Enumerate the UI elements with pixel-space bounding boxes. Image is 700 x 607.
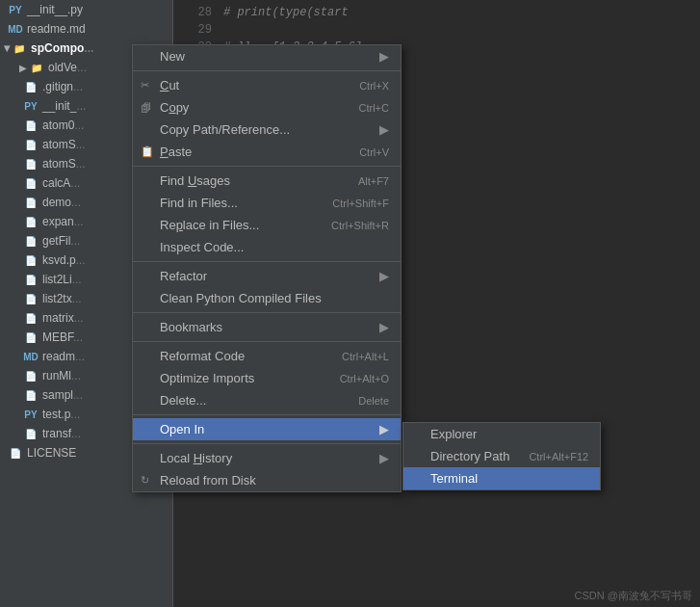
menu-item-refactor[interactable]: Refactor ▶ xyxy=(133,265,401,287)
expand-icon: ▾ xyxy=(4,41,10,55)
sidebar-item-label: calcA... xyxy=(42,176,80,190)
file-icon: 📄 xyxy=(23,79,39,94)
menu-item-clean-compiled-label: Clean Python Compiled Files xyxy=(160,291,389,305)
menu-separator xyxy=(133,70,401,71)
submenu-item-directory-path-label: Directory Path xyxy=(430,449,509,463)
submenu-item-terminal-label: Terminal xyxy=(430,471,588,486)
menu-item-local-history-label: Local History xyxy=(160,451,360,465)
menu-item-open-in[interactable]: Open In ▶ xyxy=(133,418,401,440)
menu-item-inspect-code[interactable]: Inspect Code... xyxy=(133,236,401,258)
menu-item-find-in-files[interactable]: Find in Files... Ctrl+Shift+F xyxy=(133,192,401,214)
submenu-item-explorer[interactable]: Explorer xyxy=(403,423,600,445)
sidebar-item-label: readm... xyxy=(42,350,85,363)
context-menu: New ▶ ✂ Cut Ctrl+X 🗐 Copy Ctrl+C Copy Pa… xyxy=(132,44,402,492)
sidebar-item-label: getFil... xyxy=(42,234,80,248)
menu-item-cut[interactable]: ✂ Cut Ctrl+X xyxy=(133,74,401,96)
menu-item-optimize-imports[interactable]: Optimize Imports Ctrl+Alt+O xyxy=(133,367,401,389)
menu-item-find-usages[interactable]: Find Usages Alt+F7 xyxy=(133,170,401,192)
sidebar-item-label: readme.md xyxy=(27,22,86,36)
md-file-icon: MD xyxy=(23,349,39,364)
menu-item-bookmarks-label: Bookmarks xyxy=(160,320,360,334)
file-icon: 📄 xyxy=(23,118,39,133)
menu-item-copy[interactable]: 🗐 Copy Ctrl+C xyxy=(133,96,401,119)
sidebar-item-label: expan... xyxy=(42,215,84,228)
find-usages-shortcut: Alt+F7 xyxy=(339,175,389,187)
py-file-icon: PY xyxy=(8,2,23,17)
reformat-code-shortcut: Ctrl+Alt+L xyxy=(323,351,389,362)
menu-item-refactor-label: Refactor xyxy=(160,269,360,283)
sidebar-item-label: demo... xyxy=(42,196,81,209)
sidebar-item-init[interactable]: PY __init__.py xyxy=(0,0,172,19)
menu-item-reload-from-disk[interactable]: ↻ Reload from Disk xyxy=(133,469,401,491)
submenu-item-directory-path[interactable]: Directory Path Ctrl+Alt+F12 xyxy=(403,445,600,467)
menu-item-reformat-code[interactable]: Reformat Code Ctrl+Alt+L xyxy=(133,345,401,367)
replace-in-files-shortcut: Ctrl+Shift+R xyxy=(312,220,389,231)
submenu-arrow: ▶ xyxy=(360,269,389,283)
open-in-submenu: Explorer Directory Path Ctrl+Alt+F12 Ter… xyxy=(402,422,601,490)
menu-item-cut-label: Cut xyxy=(160,78,340,92)
paste-shortcut: Ctrl+V xyxy=(340,146,389,158)
submenu-item-terminal[interactable]: Terminal xyxy=(403,467,600,489)
menu-item-find-usages-label: Find Usages xyxy=(160,173,339,188)
menu-item-optimize-imports-label: Optimize Imports xyxy=(160,371,321,385)
menu-item-copy-path-label: Copy Path/Reference... xyxy=(160,122,360,137)
menu-separator xyxy=(133,341,401,342)
submenu-arrow: ▶ xyxy=(360,320,389,334)
directory-path-shortcut: Ctrl+Alt+F12 xyxy=(509,451,588,462)
menu-item-paste[interactable]: 📋 Paste Ctrl+V xyxy=(133,141,401,163)
menu-separator xyxy=(133,261,401,262)
menu-item-reload-from-disk-label: Reload from Disk xyxy=(160,473,389,488)
sidebar-item-readme[interactable]: MD readme.md xyxy=(0,19,172,39)
sidebar-item-label: __init_... xyxy=(42,99,86,113)
sidebar-item-label: test.p... xyxy=(42,408,80,421)
sidebar-item-label: atom0... xyxy=(42,119,84,132)
submenu-arrow: ▶ xyxy=(360,122,389,137)
sidebar-item-label: __init__.py xyxy=(27,3,83,16)
menu-item-find-in-files-label: Find in Files... xyxy=(160,196,313,210)
menu-item-replace-in-files[interactable]: Replace in Files... Ctrl+Shift+R xyxy=(133,214,401,236)
menu-item-paste-label: Paste xyxy=(160,145,340,159)
menu-item-delete[interactable]: Delete... Delete xyxy=(133,389,401,411)
expand-icon-small: ▶ xyxy=(19,63,27,73)
sidebar-item-label: transf... xyxy=(42,427,81,440)
menu-item-local-history[interactable]: Local History ▶ xyxy=(133,447,401,469)
sidebar-item-label: atomS... xyxy=(42,157,86,171)
menu-item-new-label: New xyxy=(160,49,360,64)
menu-item-clean-compiled[interactable]: Clean Python Compiled Files xyxy=(133,287,401,309)
py-file-icon: PY xyxy=(23,407,39,422)
sidebar-item-label: .gitign... xyxy=(42,80,83,93)
file-icon: 📄 xyxy=(23,137,39,152)
file-icon: 📄 xyxy=(23,368,39,383)
menu-separator xyxy=(133,166,401,167)
menu-item-inspect-code-label: Inspect Code... xyxy=(160,240,389,254)
sidebar-item-label: runMl... xyxy=(42,369,81,383)
file-icon: 📄 xyxy=(23,291,39,306)
sidebar-item-label: list2Li... xyxy=(42,273,82,286)
submenu-arrow: ▶ xyxy=(360,451,389,465)
md-file-icon: MD xyxy=(8,21,23,37)
submenu-arrow: ▶ xyxy=(360,422,389,436)
sidebar-item-label: matrix... xyxy=(42,311,84,325)
file-icon: 📄 xyxy=(23,233,39,249)
cut-shortcut: Ctrl+X xyxy=(340,80,389,92)
copy-icon: 🗐 xyxy=(141,102,151,114)
submenu-item-explorer-label: Explorer xyxy=(430,427,588,441)
find-in-files-shortcut: Ctrl+Shift+F xyxy=(313,198,389,209)
file-icon: 📄 xyxy=(23,426,39,441)
menu-item-bookmarks[interactable]: Bookmarks ▶ xyxy=(133,316,401,338)
submenu-arrow: ▶ xyxy=(360,49,389,64)
menu-item-copy-path[interactable]: Copy Path/Reference... ▶ xyxy=(133,119,401,141)
scissors-icon: ✂ xyxy=(141,79,149,92)
file-icon: 📄 xyxy=(23,272,39,287)
menu-item-replace-in-files-label: Replace in Files... xyxy=(160,218,312,232)
code-line: 29 xyxy=(181,21,692,39)
menu-separator xyxy=(133,414,401,415)
paste-icon: 📋 xyxy=(141,145,154,158)
file-icon: 📄 xyxy=(23,252,39,268)
sidebar-item-label: atomS... xyxy=(42,138,86,151)
menu-item-reformat-code-label: Reformat Code xyxy=(160,349,323,363)
menu-item-copy-label: Copy xyxy=(160,100,340,115)
watermark: CSDN @南波兔不写书哥 xyxy=(575,589,692,603)
menu-separator xyxy=(133,443,401,444)
menu-item-new[interactable]: New ▶ xyxy=(133,45,401,67)
